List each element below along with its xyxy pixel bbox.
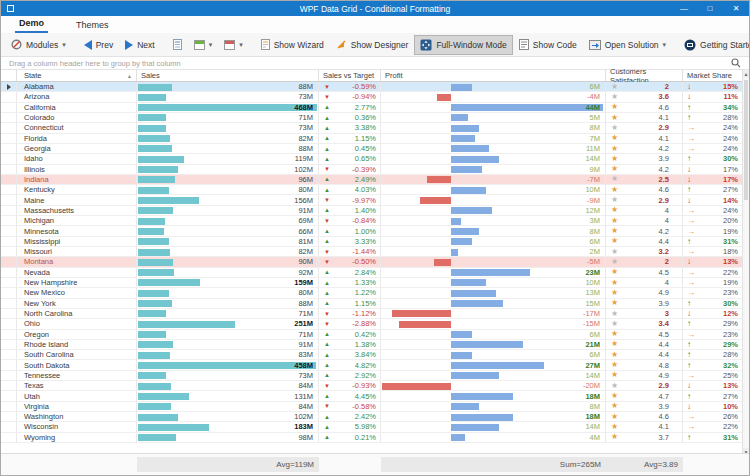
open-solution-button[interactable]: Open Solution ▾ — [583, 35, 672, 55]
table-row[interactable]: Ohio251M▼-2.88%-15M★3.4↑29% — [1, 319, 744, 329]
sales-bar — [138, 176, 175, 183]
table-row[interactable]: Minnesota66M▲1.00%8M★4.2→19% — [1, 226, 744, 236]
row-indicator — [1, 360, 17, 369]
table-row[interactable]: Wisconsin183M▲5.98%14M★4.1→22% — [1, 422, 744, 432]
column-header-market-share[interactable]: Market Share — [683, 70, 744, 81]
table-row[interactable]: Utah131M▲4.45%18M★4.7↑27% — [1, 391, 744, 401]
table-row[interactable]: Montana90M▼-0.50%-5M★2↓13% — [1, 257, 744, 267]
scrollbar-thumb[interactable] — [744, 80, 748, 200]
tab-themes[interactable]: Themes — [72, 18, 113, 33]
state-cell: Maine — [17, 195, 137, 204]
sales-vs-target-value: 4.45% — [355, 392, 376, 401]
maximize-button[interactable]: □ — [697, 1, 723, 16]
sales-cell: 82M — [137, 247, 319, 256]
table-row[interactable]: Maine156M▼-9.97%-9M★2.9↓14% — [1, 195, 744, 205]
sales-vs-target-cell: ▼-0.84% — [319, 216, 381, 225]
table-row[interactable]: Washington102M▲2.42%18M★4.6→26% — [1, 412, 744, 422]
table-row[interactable]: North Carolina71M▼-1.12%-17M★3↓12% — [1, 309, 744, 319]
vertical-scrollbar[interactable]: ▲ ▼ — [742, 70, 749, 456]
group-panel-hint: Drag a column header here to group by th… — [1, 59, 181, 68]
table-row[interactable]: Georgia88M▲0.45%11M★4.2→24% — [1, 144, 744, 154]
close-button[interactable]: ✕ — [723, 1, 749, 16]
profit-bar — [451, 372, 499, 379]
market-share-cell: ↑32% — [683, 360, 744, 369]
profit-bar — [392, 310, 451, 317]
modules-button[interactable]: Modules ▾ — [5, 35, 72, 55]
share-up-arrow-icon: ↑ — [687, 433, 691, 442]
satisfaction-value: 2.5 — [659, 175, 669, 184]
table-row[interactable]: Rhode Island91M▲1.38%21M★4.4↑29% — [1, 340, 744, 350]
table-row[interactable]: California468M▲2.77%44M★4.6↑34% — [1, 103, 744, 113]
table-row[interactable]: Connecticut73M▲3.38%8M★2.9→24% — [1, 123, 744, 133]
table-row[interactable]: Mississippi81M▲3.33%6M★4.4↑31% — [1, 237, 744, 247]
profit-value: 6M — [590, 237, 600, 246]
sales-vs-target-value: 1.15% — [355, 134, 376, 143]
prev-button[interactable]: Prev — [78, 35, 119, 55]
show-wizard-button[interactable]: Show Wizard — [255, 35, 330, 55]
table-row[interactable]: South Dakota458M▲4.82%27M★4.8↑32% — [1, 360, 744, 370]
table-row[interactable]: New Hampshire159M▲1.33%10M★4→19% — [1, 278, 744, 288]
full-window-mode-button[interactable]: Full-Window Mode — [414, 35, 512, 55]
table-row[interactable]: New York88M▲1.15%15M★3.9↑30% — [1, 299, 744, 309]
table-row[interactable]: Oregon71M▲0.42%6M★4.5→23% — [1, 330, 744, 340]
sales-vs-target-cell: ▲2.84% — [319, 268, 381, 277]
scroll-up-icon[interactable]: ▲ — [743, 70, 749, 78]
column-header-sales[interactable]: Sales — [137, 70, 319, 81]
table-row[interactable]: Texas84M▼-0.93%-20M★2.9↓13% — [1, 381, 744, 391]
column-header-sales-vs-target[interactable]: Sales vs Target — [319, 70, 381, 81]
satisfaction-value: 2 — [665, 257, 669, 266]
table-row[interactable]: Wyoming98M▲0.21%4M★3.7↑31% — [1, 433, 744, 443]
market-share-cell: ↑31% — [683, 433, 744, 442]
sales-vs-target-value: 4.82% — [355, 361, 376, 370]
profit-bar — [427, 176, 451, 183]
theme-palette-green-button[interactable]: ▾ — [188, 35, 219, 55]
tab-demo[interactable]: Demo — [15, 16, 48, 33]
profit-bar — [451, 166, 482, 173]
table-row[interactable]: Tennessee73M▲2.92%14M★4.9→25% — [1, 371, 744, 381]
row-indicator — [1, 433, 17, 442]
column-header-customers-satisfaction[interactable]: Customers Satisfaction — [606, 70, 683, 81]
satisfaction-value: 4 — [665, 278, 669, 287]
minimize-button[interactable]: — — [671, 1, 697, 16]
table-row[interactable]: South Carolina83M▲3.84%6M★4.4↑28% — [1, 350, 744, 360]
table-row[interactable]: Michigan69M▼-0.84%3M★4→20% — [1, 216, 744, 226]
trend-up-icon: ▲ — [324, 300, 330, 306]
table-row[interactable]: Missouri82M▼-1.44%2M★3.2→18% — [1, 247, 744, 257]
table-row[interactable]: Massachusetts91M▲1.40%12M★4→24% — [1, 206, 744, 216]
table-row[interactable]: Alabama88M▼-0.59%6M★2↓15% — [1, 82, 744, 92]
getting-started-button[interactable]: Getting Started — [678, 35, 750, 55]
sales-bar — [138, 218, 165, 225]
table-row[interactable]: Virginia84M▼-0.58%8M★3.9↓10% — [1, 402, 744, 412]
export-document-button[interactable] — [167, 35, 188, 55]
table-row[interactable]: Idaho119M▲0.65%14M★3.9↑30% — [1, 154, 744, 164]
show-designer-button[interactable]: Show Designer — [330, 35, 415, 55]
row-indicator — [1, 103, 17, 112]
profit-cell: 3M — [381, 216, 606, 225]
table-row[interactable]: New Mexico80M▲1.22%13M★4.9→23% — [1, 288, 744, 298]
sales-value: 81M — [298, 237, 313, 246]
market-share-value: 28% — [723, 113, 738, 122]
market-share-value: 10% — [723, 402, 738, 411]
profit-value: 18M — [585, 392, 600, 401]
sales-vs-target-cell: ▲1.33% — [319, 278, 381, 287]
profit-bar — [451, 300, 503, 307]
share-right-arrow-icon: → — [687, 330, 695, 339]
column-header-state[interactable]: State ▲ — [17, 70, 137, 81]
show-code-button[interactable]: Show Code — [513, 35, 583, 55]
table-row[interactable]: Colorado71M▲0.36%5M★4.1↑28% — [1, 113, 744, 123]
profit-value: 10M — [585, 278, 600, 287]
satisfaction-summary: Avg=3.89 — [606, 457, 683, 472]
table-row[interactable]: Kentucky80M▲4.03%10M★4.6↑27% — [1, 185, 744, 195]
table-row[interactable]: Indiana96M▲2.49%-7M★2.5↓17% — [1, 175, 744, 185]
table-row[interactable]: Illinois102M▼-0.39%9M★4.2↓17% — [1, 165, 744, 175]
next-button[interactable]: Next — [119, 35, 160, 55]
satisfaction-cell: ★4.4 — [606, 350, 683, 359]
sales-vs-target-value: -1.44% — [352, 247, 376, 256]
star-icon: ★ — [611, 114, 618, 122]
table-row[interactable]: Florida82M▲1.15%7M★4.1→24% — [1, 134, 744, 144]
table-row[interactable]: Arizona73M▼-0.94%-4M★3.6↓11% — [1, 92, 744, 102]
theme-palette-red-button[interactable]: ▾ — [218, 35, 249, 55]
column-header-profit[interactable]: Profit — [381, 70, 606, 81]
search-button[interactable] — [731, 58, 749, 68]
table-row[interactable]: Nevada92M▲2.84%23M★4.5→22% — [1, 268, 744, 278]
